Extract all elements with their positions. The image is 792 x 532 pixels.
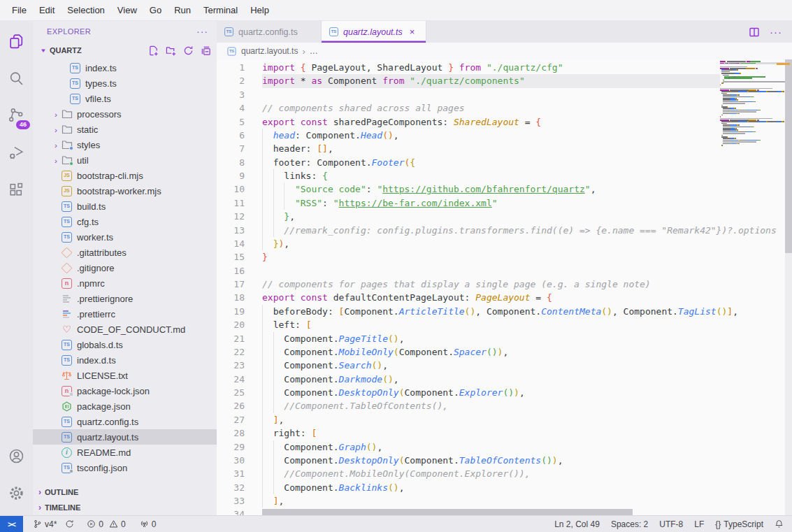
tree-item-.prettierignore[interactable]: .prettierignore (33, 291, 217, 306)
vertical-scrollbar[interactable] (785, 59, 792, 253)
refresh-icon[interactable] (183, 45, 194, 56)
new-folder-icon[interactable] (166, 45, 176, 56)
folder-section-header[interactable]: ▼ QUARTZ (33, 42, 217, 59)
code-line-10[interactable]: 10 "Source code": "https://github.com/bf… (217, 182, 785, 196)
code-line-11[interactable]: 11 "RSS": "https://be-far.com/index.xml" (217, 196, 785, 210)
code-line-6[interactable]: 6 head: Component.Head(), (217, 129, 785, 142)
menu-terminal[interactable]: Terminal (197, 0, 244, 21)
search-icon[interactable] (0, 62, 33, 95)
code-line-19[interactable]: 19 beforeBody: [Component.ArticleTitle()… (217, 305, 785, 318)
run-debug-icon[interactable] (0, 136, 33, 169)
extensions-icon[interactable] (0, 173, 33, 206)
code-line-2[interactable]: 2import * as Component from "./quartz/co… (217, 74, 785, 87)
code-line-27[interactable]: 27 ], (217, 413, 785, 426)
tree-item-util[interactable]: ›util (33, 152, 217, 168)
code-line-14[interactable]: 14 }), (217, 237, 785, 250)
eol-setting[interactable]: LF (689, 516, 710, 532)
menu-selection[interactable]: Selection (61, 0, 110, 21)
code-line-1[interactable]: 1import { PageLayout, SharedLayout } fro… (217, 61, 785, 74)
code-editor[interactable]: 1import { PageLayout, SharedLayout } fro… (217, 59, 792, 515)
code-line-8[interactable]: 8 footer: Component.Footer({ (217, 156, 785, 169)
tree-item-worker.ts[interactable]: TSworker.ts (33, 229, 217, 245)
code-line-31[interactable]: 31 //Component.MobileOnly(Component.Expl… (217, 467, 785, 480)
code-line-9[interactable]: 9 links: { (217, 169, 785, 182)
tree-item-.prettierrc[interactable]: .prettierrc (33, 306, 217, 322)
code-line-7[interactable]: 7 header: [], (217, 142, 785, 155)
more-actions-icon[interactable]: ··· (770, 26, 782, 38)
remote-indicator[interactable]: >< (0, 516, 23, 532)
tree-item-.npmrc[interactable]: n.npmrc (33, 275, 217, 291)
tree-item-build.ts[interactable]: TSbuild.ts (33, 199, 217, 214)
tree-item-.gitignore[interactable]: .gitignore (33, 260, 217, 275)
menu-go[interactable]: Go (143, 0, 168, 21)
code-line-21[interactable]: 21 Component.PageTitle(), (217, 332, 785, 345)
code-line-23[interactable]: 23 Component.Search(), (217, 359, 785, 372)
code-line-3[interactable]: 3 (217, 88, 785, 101)
tab-quartz.config.ts[interactable]: TSquartz.config.ts (217, 21, 322, 43)
tree-item-CODE_OF_CONDUCT.md[interactable]: ♡CODE_OF_CONDUCT.md (33, 322, 217, 337)
explorer-icon[interactable] (0, 25, 33, 58)
tree-item-package-lock.json[interactable]: npackage-lock.json (33, 383, 217, 398)
account-icon[interactable] (0, 440, 33, 473)
source-control-icon[interactable]: 46 (0, 99, 33, 132)
tree-item-LICENSE.txt[interactable]: LICENSE.txt (33, 368, 217, 383)
indentation-setting[interactable]: Spaces: 2 (605, 516, 654, 532)
collapse-all-icon[interactable] (201, 45, 211, 56)
tree-item-.gitattributes[interactable]: .gitattributes (33, 245, 217, 260)
tree-item-bootstrap-worker.mjs[interactable]: JSbootstrap-worker.mjs (33, 183, 217, 199)
problems-item[interactable]: 0 0 (82, 516, 129, 532)
tree-item-quartz.layout.ts[interactable]: TSquartz.layout.ts (33, 429, 217, 445)
close-icon[interactable]: × (410, 27, 415, 37)
menu-run[interactable]: Run (168, 0, 197, 21)
code-line-30[interactable]: 30 Component.DesktopOnly(Component.Table… (217, 454, 785, 467)
code-line-13[interactable]: 13 //remark_config: config.plugins.trans… (217, 224, 785, 237)
tree-item-globals.d.ts[interactable]: TSglobals.d.ts (33, 337, 217, 352)
new-file-icon[interactable] (148, 45, 159, 56)
code-line-5[interactable]: 5export const sharedPageComponents: Shar… (217, 115, 785, 129)
code-line-20[interactable]: 20 left: [ (217, 318, 785, 331)
code-line-12[interactable]: 12 }, (217, 210, 785, 223)
explorer-more-icon[interactable]: ··· (196, 26, 208, 37)
tree-item-styles[interactable]: ›styles (33, 137, 217, 152)
code-line-32[interactable]: 32 Component.Backlinks(), (217, 481, 785, 494)
tree-item-README.md[interactable]: iREADME.md (33, 445, 217, 460)
cursor-position[interactable]: Ln 2, Col 49 (549, 516, 605, 532)
tree-item-bootstrap-cli.mjs[interactable]: JSbootstrap-cli.mjs (33, 168, 217, 183)
tab-quartz.layout.ts[interactable]: TSquartz.layout.ts× (322, 21, 426, 43)
menu-file[interactable]: File (6, 0, 33, 21)
language-mode[interactable]: {}TypeScript (710, 516, 769, 532)
split-editor-icon[interactable] (749, 27, 760, 38)
code-line-28[interactable]: 28 right: [ (217, 426, 785, 440)
breadcrumb[interactable]: TS quartz.layout.ts › … (217, 43, 792, 59)
menu-view[interactable]: View (111, 0, 143, 21)
timeline-section[interactable]: › TIMELINE (33, 500, 217, 515)
code-line-24[interactable]: 24 Component.Darkmode(), (217, 373, 785, 386)
ports-item[interactable]: 0 (136, 516, 161, 532)
code-line-17[interactable]: 17// components for pages that display a… (217, 278, 785, 291)
settings-gear-icon[interactable] (0, 477, 33, 510)
code-line-15[interactable]: 15} (217, 250, 785, 264)
code-line-33[interactable]: 33 ], (217, 494, 785, 508)
notifications-bell-icon[interactable] (769, 516, 792, 532)
sync-changes-button[interactable] (61, 516, 78, 532)
code-line-25[interactable]: 25 Component.DesktopOnly(Component.Explo… (217, 386, 785, 399)
tree-item-index.ts[interactable]: TSindex.ts (33, 60, 217, 76)
menu-help[interactable]: Help (244, 0, 275, 21)
horizontal-scrollbar[interactable] (262, 509, 633, 515)
code-line-29[interactable]: 29 Component.Graph(), (217, 440, 785, 454)
outline-section[interactable]: › OUTLINE (33, 484, 217, 500)
menu-edit[interactable]: Edit (33, 0, 61, 21)
tree-item-index.d.ts[interactable]: TSindex.d.ts (33, 352, 217, 368)
code-line-22[interactable]: 22 Component.MobileOnly(Component.Spacer… (217, 345, 785, 359)
tree-item-cfg.ts[interactable]: TScfg.ts (33, 214, 217, 229)
tree-item-vfile.ts[interactable]: TSvfile.ts (33, 91, 217, 106)
encoding-setting[interactable]: UTF-8 (654, 516, 689, 532)
git-branch-item[interactable]: v4* (29, 516, 61, 532)
tree-item-tsconfig.json[interactable]: TStsconfig.json (33, 460, 217, 475)
tree-item-processors[interactable]: ›processors (33, 106, 217, 122)
tree-item-package.json[interactable]: package.json (33, 398, 217, 414)
code-line-16[interactable]: 16 (217, 264, 785, 278)
tree-item-quartz.config.ts[interactable]: TSquartz.config.ts (33, 414, 217, 429)
code-line-26[interactable]: 26 //Component.TableOfContents(), (217, 399, 785, 412)
code-line-18[interactable]: 18export const defaultContentPageLayout:… (217, 291, 785, 304)
